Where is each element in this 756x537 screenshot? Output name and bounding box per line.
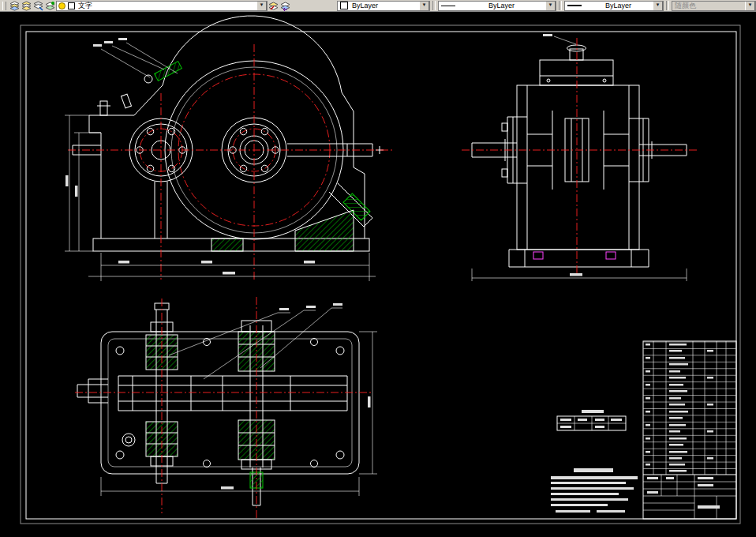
front-view — [65, 16, 395, 281]
model-space-canvas[interactable] — [0, 12, 756, 537]
toolbar-separator — [432, 1, 436, 10]
chevron-down-icon[interactable]: ▼ — [653, 1, 663, 11]
chevron-down-icon[interactable]: ▼ — [256, 1, 267, 11]
toolbar-grip[interactable] — [2, 2, 6, 10]
chevron-down-icon[interactable]: ▼ — [419, 1, 429, 11]
layer-filter-button[interactable] — [32, 1, 44, 11]
linetype-sample-icon — [441, 6, 455, 6]
plan-view — [75, 297, 377, 518]
layers-icon — [9, 1, 20, 11]
side-view — [462, 34, 698, 281]
current-layer-name: 文字 — [76, 2, 256, 10]
lineweight-sample-icon — [567, 5, 582, 6]
layer-properties-manager-button[interactable] — [9, 1, 21, 11]
toolbar-spacer — [291, 1, 337, 11]
layer-make-current-button[interactable] — [44, 1, 56, 11]
current-linetype: ByLayer — [458, 2, 545, 10]
chevron-down-icon: ▼ — [745, 1, 755, 11]
drawing-svg — [0, 12, 756, 537]
toolbar-separator — [666, 1, 669, 10]
technical-notes — [551, 468, 638, 513]
color-dropdown[interactable]: ByLayer ▼ — [337, 1, 430, 11]
color-swatch-icon — [340, 2, 348, 9]
layer-on-icon — [58, 2, 65, 9]
make-object-layer-current-button[interactable] — [268, 1, 279, 11]
make-current-icon — [45, 1, 55, 11]
sheet-frame — [21, 25, 740, 524]
linetype-dropdown[interactable]: ByLayer ▼ — [438, 1, 556, 11]
layer-filter-icon — [33, 1, 43, 11]
current-color: ByLayer — [350, 2, 419, 10]
layer-previous-button[interactable] — [279, 1, 291, 11]
layer-color-icon — [68, 2, 75, 9]
current-lineweight: ByLayer — [584, 2, 653, 10]
lineweight-dropdown[interactable]: ByLayer ▼ — [564, 1, 664, 11]
chevron-down-icon[interactable]: ▼ — [545, 1, 556, 11]
gear-parameter-table — [557, 410, 626, 430]
layer-states-manager-button[interactable] — [21, 1, 32, 11]
layer-previous-icon — [280, 1, 290, 11]
toolbar-separator — [559, 1, 562, 10]
object-layer-icon — [268, 1, 279, 11]
top-toolbar: 文字 ▼ ByLayer ▼ ByLayer ▼ ByLayer ▼ — [0, 0, 756, 12]
current-plotstyle: 随颜色 — [672, 2, 745, 10]
layer-dropdown[interactable]: 文字 ▼ — [56, 1, 268, 11]
title-block — [643, 475, 736, 519]
layer-states-icon — [21, 1, 32, 11]
plotstyle-dropdown: 随颜色 ▼ — [672, 1, 756, 11]
